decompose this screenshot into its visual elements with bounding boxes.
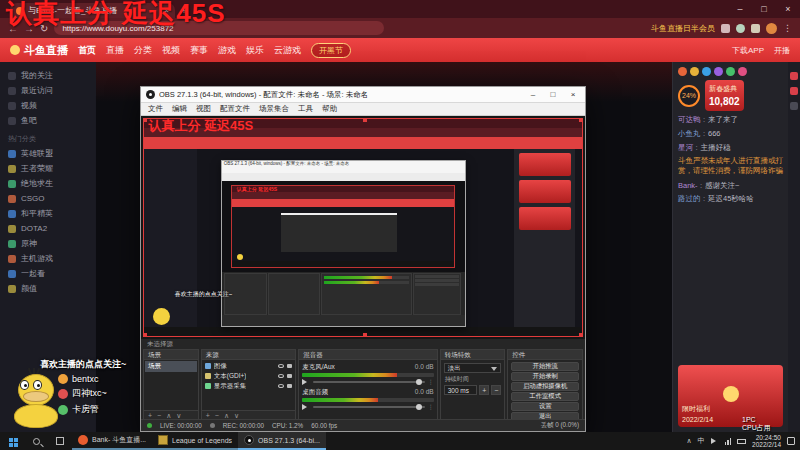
sidebar-category[interactable]: 原神 — [8, 236, 96, 251]
nav-item-category[interactable]: 分类 — [134, 44, 152, 57]
nav-item-home[interactable]: 首页 — [78, 44, 96, 57]
taskbar-app-browser[interactable]: Bank- 斗鱼直播... — [72, 432, 152, 450]
visibility-eye-icon[interactable] — [278, 384, 284, 388]
menu-scene-collection[interactable]: 场景集合 — [259, 104, 289, 114]
sidebar-category[interactable]: 绝地求生 — [8, 176, 96, 191]
extension-icon[interactable] — [721, 24, 730, 33]
chat-user[interactable]: 小鱼丸 — [678, 129, 708, 138]
browser-minimize-button[interactable]: – — [728, 0, 752, 18]
sidebar-category[interactable]: 颜值 — [8, 281, 96, 296]
transition-select[interactable]: 淡出 — [444, 363, 502, 373]
nav-item-video[interactable]: 视频 — [162, 44, 180, 57]
taskbar-clock[interactable]: 20:24:50 2022/2/14 — [752, 434, 781, 449]
obs-close-button[interactable]: × — [563, 87, 583, 102]
gift-icon[interactable] — [690, 67, 699, 76]
extension-icon[interactable] — [751, 24, 760, 33]
selection-handle[interactable] — [579, 118, 583, 122]
task-icon[interactable] — [790, 87, 798, 95]
browser-maximize-button[interactable]: □ — [752, 0, 776, 18]
chat-user[interactable]: Bank- — [678, 181, 705, 190]
selection-handle[interactable] — [363, 333, 367, 337]
task-view-button[interactable] — [48, 432, 72, 450]
gift-icon[interactable] — [714, 67, 723, 76]
channel-options-icon[interactable]: ⋮ — [428, 378, 434, 385]
start-streaming-button[interactable]: 开始推流 — [511, 362, 579, 371]
menu-edit[interactable]: 编辑 — [172, 104, 187, 114]
browser-menu-icon[interactable]: ⋮ — [783, 23, 792, 33]
start-recording-button[interactable]: 开始录制 — [511, 372, 579, 381]
start-button[interactable] — [0, 432, 24, 450]
taskbar-app-obs[interactable]: OBS 27.1.3 (64-bi... — [238, 432, 326, 450]
taskbar-search-button[interactable] — [24, 432, 48, 450]
source-item-image[interactable]: 图像 — [203, 361, 295, 371]
activity-card[interactable]: 新春盛典 10,802 — [705, 80, 744, 111]
nav-item-games[interactable]: 游戏 — [218, 44, 236, 57]
sidebar-category[interactable]: 主机游戏 — [8, 251, 96, 266]
visibility-eye-icon[interactable] — [278, 364, 284, 368]
duration-decrease-button[interactable]: − — [491, 385, 501, 395]
selection-handle[interactable] — [363, 118, 367, 122]
back-to-top-icon[interactable] — [790, 102, 798, 110]
preview-screen-capture[interactable]: 认真上分 延迟45S 喜欢主播的点点关注~ OBS 27.1.3 (64-bit… — [143, 118, 583, 337]
obs-maximize-button[interactable]: □ — [543, 87, 563, 102]
obs-titlebar[interactable]: OBS 27.1.3 (64-bit, windows) - 配置文件: 未命名… — [141, 87, 585, 103]
nav-item-cloudgame[interactable]: 云游戏 — [274, 44, 301, 57]
mic-volume-slider[interactable] — [313, 381, 424, 383]
network-icon[interactable] — [725, 438, 732, 445]
go-live-link[interactable]: 开播 — [774, 45, 790, 56]
extension-icon[interactable] — [736, 24, 745, 33]
duration-field[interactable]: 300 ms — [444, 385, 478, 395]
battery-icon[interactable] — [737, 439, 746, 444]
speaker-icon[interactable] — [302, 379, 310, 385]
slider-knob[interactable] — [416, 379, 422, 385]
gift-icon[interactable] — [702, 67, 711, 76]
browser-close-button[interactable]: × — [776, 0, 800, 18]
notification-center-icon[interactable] — [787, 437, 795, 445]
sidebar-category[interactable]: 和平精英 — [8, 206, 96, 221]
sidebar-item-video[interactable]: 视频 — [8, 98, 96, 113]
menu-help[interactable]: 帮助 — [322, 104, 337, 114]
selection-handle[interactable] — [143, 118, 147, 122]
nav-item-entertainment[interactable]: 娱乐 — [246, 44, 264, 57]
menu-tools[interactable]: 工具 — [298, 104, 313, 114]
sidebar-item-history[interactable]: 最近访问 — [8, 83, 96, 98]
nav-item-esports[interactable]: 赛事 — [190, 44, 208, 57]
sidebar-category[interactable]: 英雄联盟 — [8, 146, 96, 161]
lock-icon[interactable] — [287, 384, 292, 388]
duration-increase-button[interactable]: + — [479, 385, 489, 395]
tray-expand-icon[interactable]: ∧ — [686, 437, 691, 445]
red-packet-icon[interactable] — [790, 72, 798, 80]
remove-source-button[interactable]: − — [215, 412, 219, 419]
gift-icon[interactable] — [738, 67, 747, 76]
sidebar-category[interactable]: DOTA2 — [8, 221, 96, 236]
sidebar-category[interactable]: CSGO — [8, 191, 96, 206]
input-method-indicator[interactable]: 中 — [698, 436, 705, 446]
transitions-dock-header[interactable]: 转场特效 — [441, 350, 505, 360]
slider-knob[interactable] — [416, 404, 422, 410]
gift-icon[interactable] — [678, 67, 687, 76]
source-item-display-capture[interactable]: 显示器采集 — [203, 381, 295, 391]
taskbar-app-lol[interactable]: League of Legends — [152, 432, 238, 450]
desktop-volume-slider[interactable] — [313, 406, 424, 408]
chat-user[interactable]: 可达鸭 — [678, 115, 708, 124]
sidebar-item-follow[interactable]: 我的关注 — [8, 68, 96, 83]
visibility-eye-icon[interactable] — [278, 374, 284, 378]
studio-mode-button[interactable]: 工作室模式 — [511, 392, 579, 401]
settings-button[interactable]: 设置 — [511, 402, 579, 411]
lock-icon[interactable] — [287, 374, 292, 378]
menu-profile[interactable]: 配置文件 — [220, 104, 250, 114]
nav-item-live[interactable]: 直播 — [106, 44, 124, 57]
profile-avatar[interactable] — [766, 23, 777, 34]
obs-minimize-button[interactable]: – — [523, 87, 543, 102]
virtual-camera-button[interactable]: 启动虚拟摄像机 — [511, 382, 579, 391]
selection-handle[interactable] — [579, 333, 583, 337]
download-app-link[interactable]: 下载APP — [732, 45, 764, 56]
site-logo[interactable]: 斗鱼直播 — [10, 43, 68, 58]
sources-dock-header[interactable]: 来源 — [202, 350, 296, 360]
menu-view[interactable]: 视图 — [196, 104, 211, 114]
controls-dock-header[interactable]: 控件 — [508, 350, 582, 360]
lock-icon[interactable] — [287, 364, 292, 368]
menu-file[interactable]: 文件 — [148, 104, 163, 114]
sidebar-category[interactable]: 一起看 — [8, 266, 96, 281]
gift-icon[interactable] — [726, 67, 735, 76]
